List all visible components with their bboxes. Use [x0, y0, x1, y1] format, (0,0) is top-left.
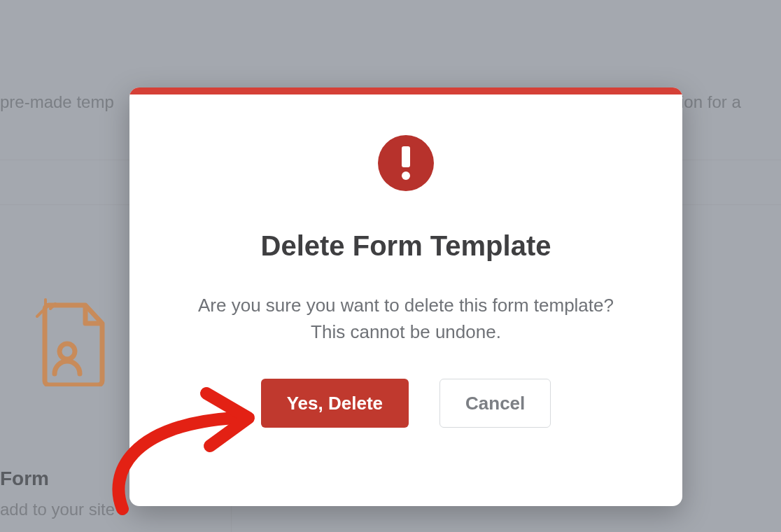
modal-accent-bar: [129, 88, 682, 94]
cancel-button[interactable]: Cancel: [439, 379, 551, 428]
modal-button-row: Yes, Delete Cancel: [129, 379, 682, 428]
modal-overlay: Delete Form Template Are you sure you wa…: [0, 0, 781, 532]
confirm-delete-button[interactable]: Yes, Delete: [261, 379, 409, 428]
delete-template-modal: Delete Form Template Are you sure you wa…: [129, 88, 682, 506]
modal-message: Are you sure you want to delete this for…: [196, 293, 616, 345]
modal-title: Delete Form Template: [129, 230, 682, 262]
alert-icon: [378, 135, 434, 191]
